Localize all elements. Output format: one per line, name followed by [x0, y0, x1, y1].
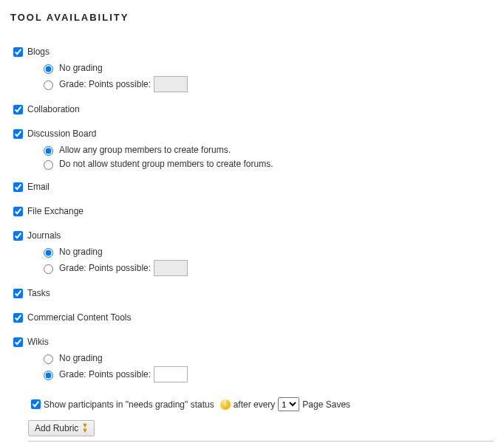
- grade-points-radio-journals[interactable]: [44, 264, 53, 274]
- tool-checkbox-email[interactable]: [13, 182, 23, 192]
- tool-checkbox-file_exchange[interactable]: [13, 207, 23, 216]
- tool-label-file_exchange: File Exchange: [27, 206, 84, 216]
- tool-label-blogs: Blogs: [27, 47, 50, 57]
- tool-row-collaboration: Collaboration: [10, 103, 494, 117]
- tool-label-tasks: Tasks: [27, 288, 50, 298]
- add-rubric-label: Add Rubric: [35, 423, 78, 433]
- no-grading-label-wikis: No grading: [59, 353, 103, 363]
- points-input-wikis[interactable]: [154, 366, 188, 382]
- tool-row-email: Email: [10, 180, 494, 194]
- grading-options-wikis: No gradingGrade: Points possible:: [40, 352, 494, 382]
- grade-points-label-wikis: Grade: Points possible:: [59, 369, 151, 380]
- no-grading-label-blogs: No grading: [59, 63, 103, 73]
- tool-checkbox-discussion_board[interactable]: [13, 129, 23, 139]
- forum-options-discussion_board: Allow any group members to create forums…: [40, 144, 494, 170]
- needs-grading-checkbox[interactable]: [31, 399, 41, 409]
- tool-label-email: Email: [27, 182, 50, 192]
- grade-points-radio-blogs[interactable]: [44, 80, 53, 90]
- section-title: TOOL AVAILABILITY: [10, 12, 494, 23]
- forum-allow-label: Allow any group members to create forums…: [59, 145, 231, 155]
- tool-row-wikis: Wikis: [10, 335, 494, 349]
- tool-checkbox-journals[interactable]: [13, 231, 23, 241]
- tool-row-discussion_board: Discussion Board: [10, 127, 494, 141]
- tool-label-collaboration: Collaboration: [27, 104, 80, 114]
- tool-checkbox-blogs[interactable]: [13, 47, 23, 57]
- divider: [28, 441, 494, 442]
- tool-row-journals: Journals: [10, 229, 494, 243]
- tool-label-journals: Journals: [27, 230, 61, 241]
- tool-row-blogs: Blogs: [10, 45, 494, 59]
- no-grading-radio-journals[interactable]: [44, 248, 53, 258]
- needs-grading-text-after: after every: [234, 399, 276, 410]
- tool-label-discussion_board: Discussion Board: [27, 128, 96, 139]
- points-input-blogs: [154, 76, 188, 92]
- tool-label-wikis: Wikis: [27, 337, 49, 347]
- tool-row-file_exchange: File Exchange: [10, 205, 494, 219]
- needs-grading-text-tail: Page Saves: [302, 399, 350, 410]
- page-saves-select[interactable]: 1: [278, 397, 299, 411]
- tool-checkbox-commercial_content_tools[interactable]: [13, 313, 23, 323]
- needs-grading-text-before: Show participants in "needs grading" sta…: [44, 399, 214, 410]
- grading-options-blogs: No gradingGrade: Points possible:: [40, 62, 494, 92]
- tool-checkbox-collaboration[interactable]: [13, 105, 23, 114]
- tool-row-tasks: Tasks: [10, 286, 494, 301]
- no-grading-label-journals: No grading: [59, 247, 103, 257]
- add-rubric-button[interactable]: Add Rubric ▼▼: [28, 420, 95, 436]
- grade-points-label-blogs: Grade: Points possible:: [59, 79, 151, 89]
- needs-grading-row: Show participants in "needs grading" sta…: [28, 397, 494, 411]
- tool-row-commercial_content_tools: Commercial Content Tools: [10, 311, 494, 325]
- forum-disallow-radio[interactable]: [44, 160, 53, 170]
- tool-checkbox-wikis[interactable]: [13, 337, 23, 347]
- no-grading-radio-wikis[interactable]: [44, 354, 53, 364]
- points-input-journals: [154, 260, 188, 276]
- chevron-down-icon: ▼▼: [81, 423, 88, 433]
- grading-options-journals: No gradingGrade: Points possible:: [40, 246, 494, 276]
- no-grading-radio-blogs[interactable]: [44, 64, 53, 74]
- grade-points-label-journals: Grade: Points possible:: [59, 263, 151, 273]
- tool-label-commercial_content_tools: Commercial Content Tools: [27, 312, 132, 323]
- tool-checkbox-tasks[interactable]: [13, 289, 23, 298]
- forum-allow-radio[interactable]: [44, 146, 53, 156]
- grade-points-radio-wikis[interactable]: [44, 371, 53, 380]
- forum-disallow-label: Do not allow student group members to cr…: [59, 159, 273, 169]
- info-icon: [220, 399, 231, 410]
